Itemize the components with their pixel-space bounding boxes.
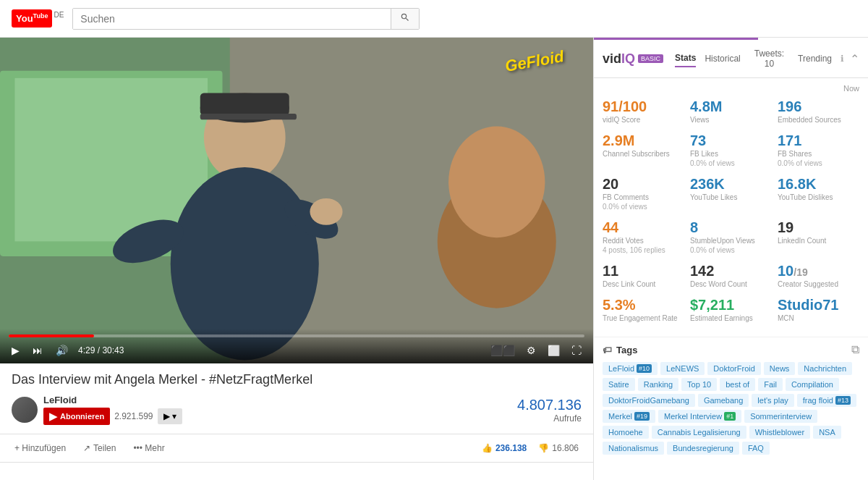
- stat-label-channel-subscribers: Channel Subscribers: [603, 150, 684, 158]
- stat-value-vidiq-score: 91/100: [603, 98, 684, 114]
- search-bar[interactable]: [72, 8, 420, 30]
- tag-doktorfroidgamebang[interactable]: DoktorFroidGamebang: [603, 394, 695, 407]
- stat-label-vidiq-score: vidIQ Score: [603, 116, 684, 124]
- tab-trending[interactable]: Trending: [798, 51, 832, 67]
- tags-container: LeFloid #10 LeNEWS DoktorFroid News Nach…: [603, 362, 859, 455]
- stat-value-yt-dislikes: 16.8K: [778, 176, 859, 192]
- tag-merkel[interactable]: Merkel #19: [603, 410, 655, 423]
- avatar-image: [12, 397, 38, 423]
- more-button[interactable]: ••• Mehr: [130, 440, 167, 456]
- stat-label-fb-likes: FB Likes: [690, 150, 772, 158]
- tag-homoehe[interactable]: Homoehe: [603, 426, 649, 439]
- info-icon: ℹ: [841, 54, 844, 64]
- copy-tags-button[interactable]: ⧉: [851, 343, 859, 356]
- stat-label-desc-words: Desc Word Count: [690, 280, 772, 288]
- stat-reddit-votes: 44 Reddit Votes 4 posts, 106 replies: [603, 219, 684, 254]
- tag-fail[interactable]: Fail: [758, 378, 783, 391]
- likes-count: 236.138: [495, 443, 527, 453]
- stat-value-mcn: Studio71: [778, 297, 859, 313]
- tags-header: 🏷 Tags ⧉: [603, 343, 859, 356]
- subtitles-button[interactable]: ⬛⬛: [488, 343, 518, 358]
- tag-bundesregierung[interactable]: Bundesregierung: [667, 442, 739, 455]
- stat-label-stumbleupon: StumbleUpon Views: [690, 237, 772, 245]
- add-button[interactable]: + Hinzufügen: [12, 440, 69, 456]
- stat-views: 4.8M Views: [690, 98, 772, 124]
- stat-value-earnings: $7,211: [690, 297, 772, 313]
- stat-label-embedded-sources: Embedded Sources: [778, 116, 859, 124]
- tag-ranking[interactable]: Ranking: [638, 378, 678, 391]
- subscribe-label: Abonnieren: [60, 412, 104, 421]
- tag-sommerinterview[interactable]: Sommerinterview: [744, 410, 817, 423]
- stat-value-stumbleupon: 8: [690, 219, 772, 235]
- stat-vidiq-score: 91/100 vidIQ Score: [603, 98, 684, 124]
- stat-yt-likes: 236K YouTube Likes: [690, 176, 772, 211]
- tag-doktorfroid[interactable]: DoktorFroid: [707, 362, 760, 375]
- stat-label-reddit-votes: Reddit Votes: [603, 237, 684, 245]
- tag-nsa[interactable]: NSA: [813, 426, 841, 439]
- tag-satire[interactable]: Satire: [603, 378, 635, 391]
- tags-section: 🏷 Tags ⧉ LeFloid #10 LeNEWS DoktorFroid …: [594, 337, 868, 460]
- stat-channel-subscribers: 2.9M Channel Subscribers: [603, 132, 684, 167]
- header: YouTube DE: [0, 0, 868, 38]
- progress-bar[interactable]: [9, 334, 584, 337]
- video-controls: ▶ ⏭ 🔊 4:29 / 30:43 ⬛⬛ ⚙ ⬜ ⛶: [0, 329, 593, 363]
- stat-sublabel-reddit-votes: 4 posts, 106 replies: [603, 246, 684, 254]
- tag-nachrichten[interactable]: Nachrichten: [798, 362, 852, 375]
- stat-fb-likes: 73 FB Likes 0.0% of views: [690, 132, 772, 167]
- tag-cannabis[interactable]: Cannabis Legalisierung: [652, 426, 746, 439]
- volume-button[interactable]: 🔊: [53, 343, 71, 358]
- search-button[interactable]: [391, 9, 419, 29]
- tag-fragfloid[interactable]: frag floid #13: [797, 394, 856, 407]
- stat-value-reddit-votes: 44: [603, 219, 684, 235]
- dislike-button[interactable]: 👎 16.806: [535, 440, 582, 456]
- youtube-icon: YouTube: [12, 9, 52, 27]
- share-button[interactable]: ↗ Teilen: [80, 440, 119, 456]
- video-actions: + Hinzufügen ↗ Teilen ••• Mehr 👍 236.138…: [0, 434, 593, 463]
- vidiq-panel: vidIQ BASIC Stats Historical Tweets: 10 …: [593, 38, 868, 480]
- progress-fill: [9, 334, 94, 337]
- vidiq-logo: vidIQ BASIC: [603, 51, 663, 67]
- stat-stumbleupon: 8 StumbleUpon Views 0.0% of views: [690, 219, 772, 254]
- tab-stats[interactable]: Stats: [675, 50, 696, 67]
- stat-value-fb-likes: 73: [690, 132, 772, 148]
- subscribe-button[interactable]: ▶ Abonnieren: [43, 408, 110, 425]
- stat-earnings: $7,211 Estimated Earnings: [690, 297, 772, 322]
- channel-avatar: [12, 397, 38, 423]
- fullscreen-button[interactable]: ⛶: [569, 343, 584, 358]
- stat-fb-shares: 171 FB Shares 0.0% of views: [778, 132, 859, 167]
- stat-sublabel-fb-shares: 0.0% of views: [778, 159, 859, 167]
- tag-bestof[interactable]: best of: [720, 378, 755, 391]
- stat-sublabel-fb-comments: 0.0% of views: [603, 203, 684, 211]
- stat-label-yt-likes: YouTube Likes: [690, 193, 772, 201]
- next-button[interactable]: ⏭: [30, 343, 46, 358]
- tag-whistleblower[interactable]: Whistleblower: [749, 426, 810, 439]
- video-section: GeFloid ▶ ⏭ 🔊 4:29 / 30:43 ⬛⬛ ⚙: [0, 38, 593, 480]
- expand-button[interactable]: ⌃: [850, 52, 859, 66]
- stat-value-fb-comments: 20: [603, 176, 684, 192]
- tag-faq[interactable]: FAQ: [742, 442, 770, 455]
- channel-info: LeFloid ▶ Abonnieren 2.921.599 ▶ ▾: [43, 395, 182, 425]
- play-button[interactable]: ▶: [9, 343, 22, 358]
- tag-news[interactable]: News: [764, 362, 796, 375]
- tag-lefloid[interactable]: LeFloid #10: [603, 362, 658, 375]
- tag-gamebang[interactable]: Gamebang: [698, 394, 749, 407]
- tag-merkelinterview[interactable]: Merkel Interview #1: [658, 410, 741, 423]
- settings-button[interactable]: ⚙: [524, 343, 539, 358]
- right-controls: ⬛⬛ ⚙ ⬜ ⛶: [488, 343, 584, 358]
- svg-rect-8: [200, 93, 289, 115]
- now-label: Now: [603, 84, 859, 93]
- tag-lenews[interactable]: LeNEWS: [660, 362, 705, 375]
- theater-button[interactable]: ⬜: [545, 343, 563, 358]
- tag-letsplay[interactable]: let's play: [752, 394, 793, 407]
- tab-tweets[interactable]: Tweets: 10: [749, 46, 789, 72]
- main: GeFloid ▶ ⏭ 🔊 4:29 / 30:43 ⬛⬛ ⚙: [0, 38, 868, 480]
- tag-compilation[interactable]: Compilation: [786, 378, 839, 391]
- tab-historical[interactable]: Historical: [705, 51, 740, 67]
- like-button[interactable]: 👍 236.138: [479, 440, 529, 456]
- tag-top10[interactable]: Top 10: [681, 378, 717, 391]
- notification-button[interactable]: ▶ ▾: [158, 408, 182, 424]
- stat-linkedin: 19 LinkedIn Count: [778, 219, 859, 254]
- stat-value-desc-words: 142: [690, 263, 772, 279]
- tag-nationalismus[interactable]: Nationalismus: [603, 442, 664, 455]
- search-input[interactable]: [73, 9, 391, 29]
